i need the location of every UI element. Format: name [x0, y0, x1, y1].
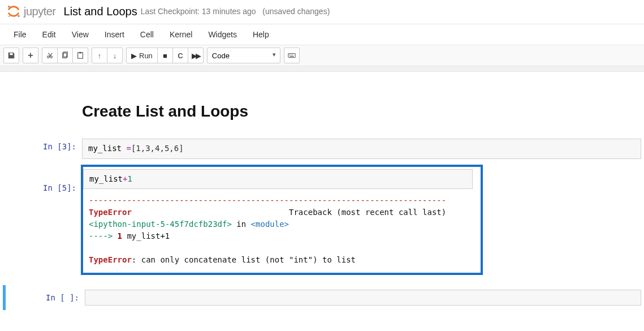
menu-kernel[interactable]: Kernel	[162, 24, 200, 45]
final-error-name: TypeError	[89, 255, 132, 264]
scissors-icon	[46, 51, 54, 59]
output-error-5: ----------------------------------------…	[83, 189, 481, 269]
arrow-up-icon: ↑	[98, 51, 102, 60]
cell-type-select[interactable]: Code	[207, 48, 280, 63]
cell-type-wrap: Code	[207, 48, 280, 63]
cut-button[interactable]	[42, 48, 58, 63]
prompt-empty-cell: In [ ]:	[6, 290, 85, 306]
interrupt-button[interactable]: ■	[157, 48, 173, 63]
logo-text: jupyter	[24, 5, 56, 18]
menu-widgets[interactable]: Widgets	[200, 24, 245, 45]
move-up-button[interactable]: ↑	[92, 48, 107, 63]
module-ref: <module>	[251, 220, 289, 229]
menu-view[interactable]: View	[64, 24, 97, 45]
save-button[interactable]	[3, 48, 19, 63]
move-down-button[interactable]: ↓	[107, 48, 123, 63]
stop-icon: ■	[163, 51, 167, 60]
checkpoint-status: Last Checkpoint: 13 minutes ago (unsaved…	[141, 7, 330, 16]
line-num: 1	[118, 231, 122, 240]
code-input-3[interactable]: my_list =[1,3,4,5,6]	[82, 139, 641, 159]
code-cell-3[interactable]: In [3]: my_list =[1,3,4,5,6]	[3, 137, 641, 160]
copy-button[interactable]	[57, 48, 73, 63]
jupyter-logo[interactable]: jupyter	[6, 3, 56, 19]
keyboard-icon	[288, 51, 296, 59]
code-cell-empty-active[interactable]: In [ ]:	[3, 285, 641, 310]
svg-rect-9	[291, 54, 291, 55]
line-code: my_list+1	[122, 231, 170, 240]
run-group: ▶ Run ■ C ▶▶	[126, 48, 204, 63]
traceback-label: Traceback (most recent call last)	[289, 208, 446, 217]
jupyter-icon	[6, 3, 21, 19]
restart-button[interactable]: C	[172, 48, 188, 63]
restart-run-all-button[interactable]: ▶▶	[188, 48, 204, 63]
svg-rect-6	[79, 52, 81, 54]
prompt-empty	[3, 92, 82, 134]
move-group: ↑ ↓	[92, 48, 123, 63]
code-list: [1,3,4,5,6]	[131, 144, 184, 153]
copy-icon	[61, 51, 69, 59]
insert-cell-below-button[interactable]: +	[23, 48, 38, 63]
arrow-down-icon: ↓	[113, 51, 117, 60]
menu-help[interactable]: Help	[245, 24, 277, 45]
arrow: ---->	[89, 231, 118, 240]
prompt-in-5: In [5]:	[3, 180, 82, 192]
checkpoint-time: 13 minutes ago	[202, 7, 256, 16]
markdown-cell[interactable]: Create List and Loops	[3, 91, 641, 135]
edit-group	[42, 48, 88, 63]
error-name: TypeError	[89, 208, 132, 217]
paste-icon	[76, 51, 84, 59]
checkpoint-prefix: Last Checkpoint:	[141, 7, 200, 16]
code-var: my_list	[88, 144, 126, 153]
header-bar: jupyter List and Loops Last Checkpoint: …	[0, 0, 644, 24]
code-input-empty[interactable]	[85, 290, 641, 306]
code-cell-5-selected[interactable]: my_list+1 ------------------------------…	[81, 165, 483, 276]
fast-forward-icon: ▶▶	[192, 51, 200, 60]
notebook-container: Create List and Loops In [3]: my_list =[…	[0, 72, 644, 321]
run-label: Run	[139, 51, 153, 60]
final-error-msg: : can only concatenate list (not "int") …	[132, 255, 356, 264]
paste-button[interactable]	[72, 48, 88, 63]
code-num: 1	[127, 174, 132, 183]
notebook-title[interactable]: List and Loops	[64, 5, 137, 18]
svg-point-1	[18, 15, 20, 18]
unsaved-indicator: (unsaved changes)	[262, 7, 330, 16]
svg-rect-11	[289, 56, 293, 57]
prompt-in-3: In [3]:	[3, 139, 82, 159]
menubar: File Edit View Insert Cell Kernel Widget…	[0, 24, 644, 45]
menu-cell[interactable]: Cell	[132, 24, 162, 45]
toolbar: + ↑ ↓ ▶ Run ■ C ▶▶	[0, 45, 644, 66]
play-icon: ▶	[131, 51, 137, 60]
command-palette-button[interactable]	[284, 48, 300, 63]
run-button[interactable]: ▶ Run	[126, 48, 158, 63]
save-icon	[7, 51, 15, 59]
menu-file[interactable]: File	[6, 24, 34, 45]
svg-point-2	[8, 16, 10, 18]
restart-icon: C	[178, 51, 183, 60]
in-label: in	[232, 220, 251, 229]
svg-rect-8	[289, 54, 289, 55]
plus-icon: +	[28, 50, 33, 61]
code-input-5[interactable]: my_list+1	[83, 169, 473, 190]
toolbar-strip	[0, 66, 644, 72]
output-separator: ----------------------------------------…	[89, 196, 446, 205]
svg-rect-7	[288, 54, 295, 58]
heading-text: Create List and Loops	[82, 102, 641, 121]
svg-point-0	[8, 6, 10, 7]
code-var: my_list	[89, 174, 123, 183]
svg-rect-10	[292, 54, 293, 55]
code-op: =	[126, 144, 131, 153]
menu-edit[interactable]: Edit	[34, 24, 64, 45]
ipython-ref: <ipython-input-5-45f7dcfb23df>	[89, 220, 232, 229]
menu-insert[interactable]: Insert	[97, 24, 132, 45]
